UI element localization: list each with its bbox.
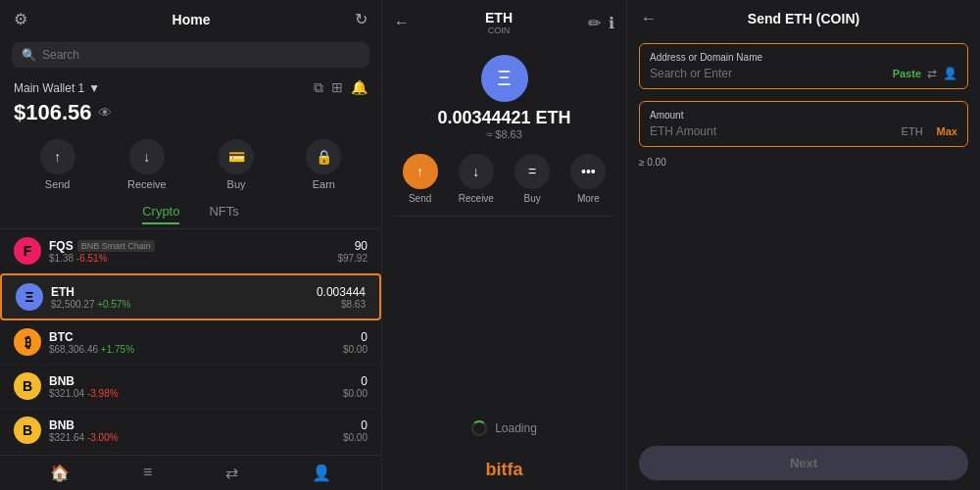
- crypto-name-row: FQS BNB Smart Chain: [49, 239, 337, 253]
- eth-content-area: [382, 220, 626, 401]
- eth-receive-label: Receive: [459, 193, 494, 204]
- crypto-symbol: FQS: [49, 239, 74, 253]
- crypto-item-eth-1[interactable]: Ξ ETH $2,500.27 +0.57% 0.003444 $8.63: [0, 273, 381, 320]
- eth-receive-button[interactable]: ↓ Receive: [459, 154, 494, 204]
- crypto-item-bnb-4[interactable]: B BNB $321.64 -3.00% 0 $0.00: [0, 409, 381, 453]
- search-input[interactable]: [42, 48, 360, 62]
- crypto-amounts: 0 $0.00: [343, 374, 368, 399]
- send-back-icon[interactable]: ←: [641, 10, 657, 27]
- crypto-amounts: 0 $0.00: [343, 330, 368, 355]
- qr-icon[interactable]: ⊞: [331, 79, 343, 96]
- bitfa-logo: bitfa: [382, 456, 626, 490]
- crypto-balance: 90: [337, 239, 368, 253]
- crypto-usd: $0.00: [343, 388, 368, 399]
- crypto-info: FQS BNB Smart Chain $1.38 -6.51%: [49, 239, 337, 264]
- next-button[interactable]: Next: [639, 446, 968, 480]
- send-min-label: ≥ 0.00: [639, 157, 968, 168]
- crypto-amounts: 90 $97.92: [337, 239, 368, 264]
- nav-profile-icon[interactable]: 👤: [312, 464, 331, 482]
- crypto-info: BNB $321.64 -3.00%: [49, 418, 343, 443]
- copy-icon[interactable]: ⧉: [314, 79, 323, 96]
- eth-title-area: ETH COIN: [485, 10, 513, 35]
- bottom-nav: 🏠 ≡ ⇄ 👤: [0, 455, 381, 490]
- tab-nfts[interactable]: NFTs: [209, 204, 238, 224]
- crypto-price: $2,500.27 +0.57%: [51, 299, 317, 310]
- buy-icon: 💳: [219, 139, 254, 174]
- eth-subtitle: COIN: [488, 25, 511, 35]
- earn-icon: 🔒: [306, 139, 341, 174]
- eth-info-icon[interactable]: ℹ: [609, 14, 614, 32]
- crypto-usd: $0.00: [343, 344, 368, 355]
- eth-buy-button[interactable]: = Buy: [514, 154, 550, 204]
- crypto-symbol: ETH: [51, 285, 74, 299]
- swap-icon[interactable]: ⇄: [927, 67, 937, 80]
- crypto-symbol: BTC: [49, 330, 74, 344]
- crypto-item-btc-2[interactable]: ₿ BTC $68,306.46 +1.75% 0 $0.00: [0, 320, 381, 365]
- tab-crypto[interactable]: Crypto: [142, 204, 179, 224]
- crypto-tabs: Crypto NFTs: [0, 196, 381, 229]
- crypto-usd: $0.00: [343, 432, 368, 443]
- send-icon: ↑: [40, 139, 75, 174]
- crypto-balance: 0: [343, 374, 368, 388]
- crypto-item-fqs-0[interactable]: F FQS BNB Smart Chain $1.38 -6.51% 90 $9…: [0, 229, 381, 273]
- crypto-price: $321.04 -3.98%: [49, 388, 343, 399]
- crypto-usd: $97.92: [337, 253, 368, 264]
- contact-icon[interactable]: 👤: [943, 67, 957, 80]
- eye-icon[interactable]: 👁: [98, 105, 112, 121]
- eth-usd: ≈ $8.63: [486, 128, 522, 140]
- wallet-actions: ⧉ ⊞ 🔔: [314, 79, 368, 96]
- eth-send-button[interactable]: ↑ Send: [403, 154, 438, 204]
- crypto-logo: B: [14, 416, 41, 444]
- crypto-logo: B: [14, 372, 41, 400]
- nav-swap-icon[interactable]: ⇄: [225, 464, 238, 482]
- send-button[interactable]: ↑ Send: [40, 139, 75, 190]
- earn-button[interactable]: 🔒 Earn: [306, 139, 341, 190]
- eth-loading: Loading: [382, 401, 626, 456]
- eth-edit-icon[interactable]: ✏: [588, 14, 601, 32]
- eth-header-icons: ✏ ℹ: [588, 14, 614, 32]
- paste-button[interactable]: Paste: [893, 68, 921, 79]
- crypto-list: F FQS BNB Smart Chain $1.38 -6.51% 90 $9…: [0, 229, 381, 455]
- crypto-logo: F: [14, 237, 41, 265]
- max-button[interactable]: Max: [937, 125, 957, 137]
- crypto-logo: Ξ: [16, 283, 43, 311]
- eth-receive-icon: ↓: [459, 154, 494, 189]
- crypto-price: $321.64 -3.00%: [49, 432, 343, 443]
- buy-button[interactable]: 💳 Buy: [219, 139, 254, 190]
- home-panel: ⚙ Home ↻ 🔍 Main Wallet 1 ▼ ⧉ ⊞ 🔔 $106.56…: [0, 0, 382, 490]
- crypto-balance: 0.003444: [317, 285, 366, 299]
- send-panel: ← Send ETH (COIN) Address or Domain Name…: [627, 0, 980, 490]
- crypto-name-row: BNB: [49, 374, 343, 388]
- earn-label: Earn: [313, 178, 335, 190]
- crypto-item-bnb-3[interactable]: B BNB $321.04 -3.98% 0 $0.00: [0, 365, 381, 409]
- bell-icon[interactable]: 🔔: [351, 79, 368, 96]
- buy-label: Buy: [227, 178, 246, 190]
- receive-button[interactable]: ↓ Receive: [127, 139, 167, 190]
- search-icon: 🔍: [22, 48, 36, 62]
- crypto-info: ETH $2,500.27 +0.57%: [51, 285, 317, 310]
- eth-back-icon[interactable]: ←: [394, 14, 410, 31]
- eth-header: ← ETH COIN ✏ ℹ: [382, 0, 626, 45]
- wallet-name[interactable]: Main Wallet 1 ▼: [14, 81, 100, 95]
- refresh-icon[interactable]: ↻: [355, 10, 368, 28]
- eth-title: ETH: [485, 10, 513, 25]
- crypto-usd: $8.63: [317, 299, 366, 310]
- nav-chart-icon[interactable]: ≡: [143, 464, 152, 482]
- crypto-balance: 0: [343, 418, 368, 432]
- eth-actions: ↑ Send ↓ Receive = Buy ••• More: [382, 146, 626, 212]
- settings-icon[interactable]: ⚙: [14, 10, 27, 28]
- nav-home-icon[interactable]: 🏠: [50, 464, 70, 482]
- crypto-price: $68,306.46 +1.75%: [49, 344, 343, 355]
- eth-send-label: Send: [409, 193, 431, 204]
- send-title: Send ETH (COIN): [748, 11, 859, 26]
- amount-label: Amount: [650, 110, 957, 121]
- crypto-change: +0.57%: [97, 299, 130, 310]
- send-header: ← Send ETH (COIN): [627, 0, 980, 37]
- eth-more-button[interactable]: ••• More: [570, 154, 606, 204]
- crypto-symbol: BNB: [49, 374, 74, 388]
- amount-input-row: ETH Max: [650, 124, 957, 138]
- crypto-name-row: ETH: [51, 285, 317, 299]
- address-input[interactable]: [650, 67, 887, 80]
- search-bar[interactable]: 🔍: [12, 42, 369, 68]
- amount-input[interactable]: [650, 124, 896, 138]
